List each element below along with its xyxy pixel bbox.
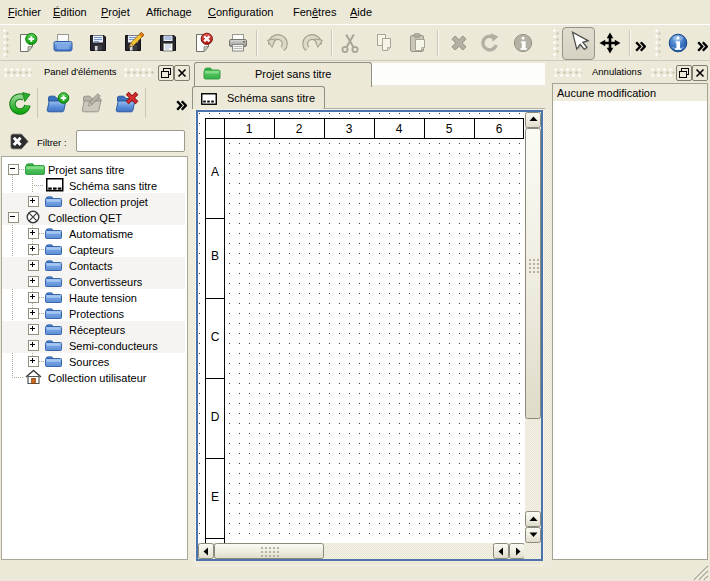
svg-text:A: A <box>211 165 219 179</box>
svg-text:2: 2 <box>296 122 303 136</box>
svg-text:1: 1 <box>246 122 253 136</box>
svg-text:4: 4 <box>396 122 403 136</box>
svg-text:6: 6 <box>496 122 503 136</box>
svg-text:5: 5 <box>446 122 453 136</box>
svg-text:3: 3 <box>346 122 353 136</box>
svg-text:C: C <box>211 330 220 344</box>
svg-text:B: B <box>211 249 219 263</box>
svg-text:D: D <box>211 410 220 424</box>
svg-text:E: E <box>211 490 219 504</box>
